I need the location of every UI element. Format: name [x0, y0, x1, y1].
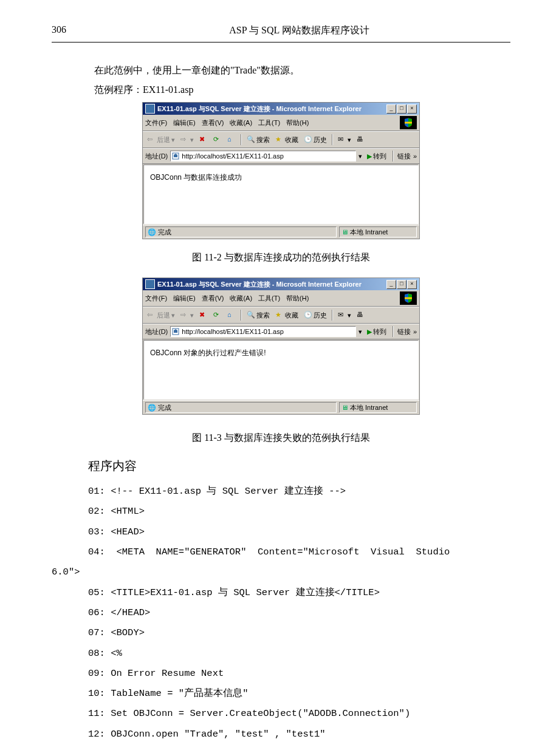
ie-window-2: EX11-01.asp 与SQL Server 建立连接 - Microsoft… — [142, 278, 420, 415]
forward-button[interactable]: ⇨▾ — [179, 135, 196, 145]
go-icon: ▶ — [367, 152, 372, 160]
go-button[interactable]: ▶转到 — [365, 151, 389, 162]
minimize-button[interactable]: _ — [386, 280, 396, 289]
code-line: 09: On Error Resume Next — [88, 668, 224, 679]
dropdown-icon: ▾ — [190, 312, 194, 319]
code-line: 05: <TITLE>EX11-01.asp 与 SQL Server 建立连接… — [88, 587, 380, 598]
page-number: 306 — [52, 24, 88, 37]
print-icon: 🖶 — [357, 135, 365, 144]
ie-logo — [400, 291, 417, 305]
back-icon: ⇦ — [147, 135, 156, 144]
dropdown-icon[interactable]: ▾ — [358, 328, 362, 336]
menu-edit[interactable]: 编辑(E) — [173, 118, 196, 128]
back-button[interactable]: ⇦后退▾ — [145, 310, 177, 321]
dropdown-icon: ▾ — [190, 136, 194, 144]
menu-file[interactable]: 文件(F) — [145, 294, 167, 303]
separator — [241, 134, 242, 145]
refresh-button[interactable]: ⟳ — [211, 310, 224, 320]
stop-icon: ✖ — [199, 311, 208, 319]
page-content: OBJConn 与数据库连接成功 — [143, 165, 419, 224]
statusbar: 🌐完成 🖥本地 Intranet — [143, 225, 419, 239]
menu-view[interactable]: 查看(V) — [202, 294, 224, 303]
chevron-icon[interactable]: » — [413, 328, 417, 335]
paragraph-1: 在此范例中，使用上一章创建的"Trade"数据源。 — [94, 61, 510, 80]
separator — [241, 310, 242, 321]
status-text: 完成 — [158, 228, 171, 237]
stop-button[interactable]: ✖ — [197, 310, 210, 320]
mail-button[interactable]: ✉▾ — [336, 310, 353, 320]
search-button[interactable]: 🔍搜索 — [245, 310, 272, 321]
forward-icon: ⇨ — [180, 311, 189, 319]
zone-icon: 🖥 — [341, 404, 348, 411]
star-icon: ★ — [275, 311, 284, 319]
svg-rect-1 — [405, 298, 412, 299]
history-button[interactable]: 🕒历史 — [302, 135, 329, 145]
code-line: 02: <HTML> — [88, 506, 145, 517]
menu-edit[interactable]: 编辑(E) — [173, 294, 196, 303]
favorites-button[interactable]: ★收藏 — [273, 310, 300, 321]
ie-icon — [145, 104, 155, 114]
toolbar: ⇦后退▾ ⇨▾ ✖ ⟳ ⌂ 🔍搜索 ★收藏 🕒历史 ✉▾ 🖶 — [143, 307, 419, 324]
go-icon: ▶ — [367, 328, 372, 336]
menu-file[interactable]: 文件(F) — [145, 118, 167, 128]
mail-button[interactable]: ✉▾ — [336, 135, 353, 145]
separator — [393, 326, 394, 337]
close-button[interactable]: × — [407, 280, 417, 289]
home-button[interactable]: ⌂ — [225, 310, 238, 320]
paragraph-2: 范例程序：EX11-01.asp — [94, 80, 510, 100]
home-button[interactable]: ⌂ — [225, 135, 238, 145]
code-line: 01: <!-- EX11-01.asp 与 SQL Server 建立连接 -… — [88, 486, 346, 497]
code-line: 07: <BODY> — [88, 627, 145, 638]
zone-text: 本地 Intranet — [350, 228, 388, 237]
dropdown-icon[interactable]: ▾ — [358, 152, 362, 160]
code-line: 08: <% — [88, 648, 122, 659]
menu-view[interactable]: 查看(V) — [202, 118, 224, 128]
menu-help[interactable]: 帮助(H) — [286, 118, 309, 128]
search-icon: 🔍 — [247, 135, 255, 144]
separator — [332, 310, 333, 321]
menu-help[interactable]: 帮助(H) — [286, 294, 309, 303]
forward-button[interactable]: ⇨▾ — [179, 310, 196, 320]
stop-button[interactable]: ✖ — [197, 135, 210, 145]
header-rule — [52, 42, 510, 43]
ie-window-1: EX11-01.asp 与SQL Server 建立连接 - Microsoft… — [142, 102, 420, 239]
forward-icon: ⇨ — [180, 135, 189, 144]
history-button[interactable]: 🕒历史 — [302, 310, 329, 321]
address-label: 地址(D) — [145, 327, 168, 336]
menu-tools[interactable]: 工具(T) — [258, 294, 280, 303]
refresh-icon: ⟳ — [213, 311, 222, 319]
dropdown-icon: ▾ — [348, 136, 351, 144]
figure-caption-1: 图 11-2 与数据库连接成功的范例执行结果 — [52, 251, 510, 264]
print-button[interactable]: 🖶 — [355, 310, 367, 320]
address-input[interactable] — [170, 151, 356, 162]
address-input[interactable] — [170, 326, 356, 337]
refresh-button[interactable]: ⟳ — [211, 135, 224, 145]
ie-small-icon: 🌐 — [148, 228, 156, 236]
page-content: OBJConn 对象的执行过程产生错误! — [143, 340, 419, 400]
close-button[interactable]: × — [407, 104, 417, 114]
print-button[interactable]: 🖶 — [355, 135, 367, 145]
go-button[interactable]: ▶转到 — [365, 327, 389, 337]
links-label[interactable]: 链接 — [397, 152, 411, 161]
minimize-button[interactable]: _ — [386, 104, 396, 114]
home-icon: ⌂ — [227, 311, 236, 319]
statusbar: 🌐完成 🖥本地 Intranet — [143, 400, 419, 414]
menubar: 文件(F) 编辑(E) 查看(V) 收藏(A) 工具(T) 帮助(H) — [143, 115, 419, 131]
menu-favorites[interactable]: 收藏(A) — [230, 294, 252, 303]
maximize-button[interactable]: □ — [397, 280, 406, 289]
mail-icon: ✉ — [338, 135, 346, 144]
zone-text: 本地 Intranet — [350, 403, 388, 412]
history-icon: 🕒 — [304, 311, 312, 319]
menu-tools[interactable]: 工具(T) — [258, 118, 280, 128]
chevron-icon[interactable]: » — [413, 152, 417, 160]
favorites-button[interactable]: ★收藏 — [273, 135, 300, 145]
separator — [332, 134, 333, 145]
zone-icon: 🖥 — [341, 228, 348, 236]
window-buttons: _ □ × — [386, 280, 417, 289]
menu-favorites[interactable]: 收藏(A) — [230, 118, 252, 128]
titlebar: EX11-01.asp 与SQL Server 建立连接 - Microsoft… — [143, 278, 419, 290]
maximize-button[interactable]: □ — [397, 104, 406, 114]
links-label[interactable]: 链接 — [397, 327, 411, 336]
back-button[interactable]: ⇦后退▾ — [145, 135, 177, 145]
search-button[interactable]: 🔍搜索 — [245, 135, 272, 145]
